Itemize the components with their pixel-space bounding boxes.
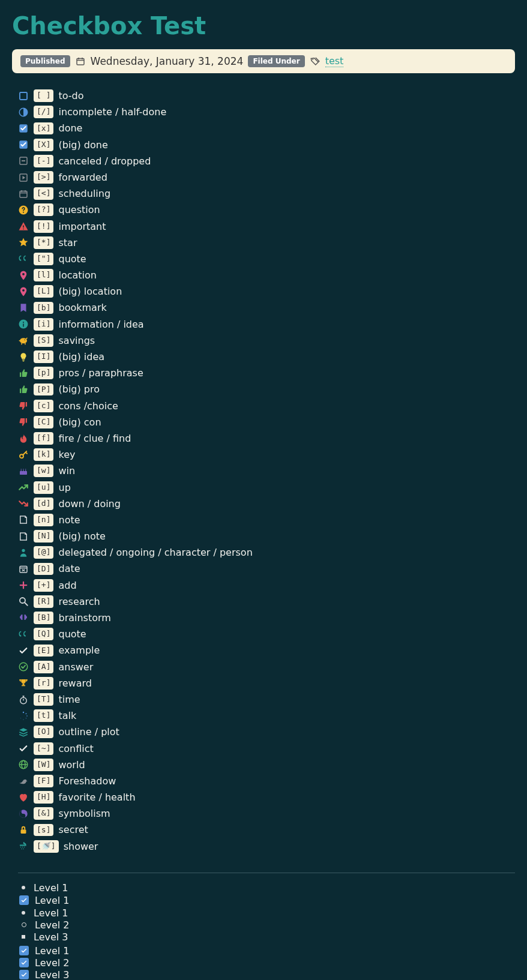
checkbox-code: [X] bbox=[34, 139, 53, 151]
bulb-icon bbox=[18, 352, 29, 362]
checkbox-code: [l] bbox=[34, 269, 53, 281]
shower-icon bbox=[18, 841, 29, 852]
checkbox-code: [R] bbox=[34, 595, 53, 608]
cake-icon bbox=[18, 466, 29, 476]
checkbox-label: cons /choice bbox=[58, 399, 118, 413]
checkbox-checked-icon[interactable] bbox=[19, 958, 29, 967]
checkbox-item: [i]information / idea bbox=[18, 316, 515, 332]
checkbox-item: [O]outline / plot bbox=[18, 724, 515, 740]
info-circle-icon bbox=[18, 319, 29, 329]
checkbox-label: note bbox=[58, 513, 80, 527]
checkbox-code: [F] bbox=[34, 775, 53, 787]
tag-link[interactable]: test bbox=[325, 55, 344, 67]
checkbox-item: [-]canceled / dropped bbox=[18, 153, 515, 169]
checkbox-code: [x] bbox=[34, 122, 53, 135]
key-icon bbox=[18, 449, 29, 460]
list-item: Level 1 bbox=[34, 907, 68, 919]
checkbox-item: [!]important bbox=[18, 218, 515, 235]
checkbox-item: [<]scheduling bbox=[18, 185, 515, 202]
checkbox-checked-icon[interactable] bbox=[19, 895, 29, 905]
checkbox-label: add bbox=[58, 579, 76, 592]
checkbox-item: [+]add bbox=[18, 577, 515, 594]
check-circle-icon bbox=[18, 661, 29, 672]
checkbox-code: [+] bbox=[34, 579, 53, 592]
checkbox-code: [<] bbox=[34, 187, 53, 200]
checkbox-label: information / idea bbox=[58, 317, 143, 331]
bullet-icon bbox=[22, 911, 25, 915]
checkbox-checked-icon[interactable] bbox=[19, 970, 29, 979]
checkbox-code: [ ] bbox=[34, 89, 53, 102]
checkbox-label: date bbox=[58, 562, 80, 576]
plus-icon bbox=[18, 580, 29, 591]
play-box-icon bbox=[18, 172, 29, 183]
checkbox-item: [/]incomplete / half-done bbox=[18, 104, 515, 120]
checkbox-label: conflict bbox=[58, 742, 93, 756]
checkbox-code: [&] bbox=[34, 807, 53, 820]
checkbox-code: [@] bbox=[34, 546, 53, 559]
checkbox-item: [l]location bbox=[18, 267, 515, 283]
checkbox-item: [k]key bbox=[18, 446, 515, 463]
checkbox-item: [A]answer bbox=[18, 659, 515, 675]
lock-icon bbox=[18, 825, 29, 835]
checkbox-item: [X](big) done bbox=[18, 137, 515, 153]
checkbox-label: example bbox=[58, 643, 100, 657]
spinner-icon bbox=[18, 711, 29, 721]
checkbox-label: quote bbox=[58, 627, 86, 641]
checkbox-label: (big) done bbox=[58, 138, 107, 152]
checkbox-item: ["]quote bbox=[18, 251, 515, 267]
note-icon bbox=[18, 514, 29, 525]
checkbox-label: canceled / dropped bbox=[58, 154, 151, 168]
checkbox-code: [H] bbox=[34, 791, 53, 804]
checkbox-item: [N](big) note bbox=[18, 528, 515, 544]
list-item: Level 1 bbox=[34, 882, 68, 894]
tags-icon bbox=[310, 56, 321, 67]
checkbox-code: [T] bbox=[34, 693, 53, 706]
checkbox-code: [E] bbox=[34, 645, 53, 657]
checkbox-label: pros / paraphrase bbox=[58, 366, 143, 380]
checkbox-code: [P] bbox=[34, 383, 53, 396]
checkbox-item: [@]delegated / ongoing / character / per… bbox=[18, 544, 515, 561]
checkbox-code: [t] bbox=[34, 709, 53, 722]
checkbox-code: [i] bbox=[34, 318, 53, 331]
trend-down-icon bbox=[18, 498, 29, 509]
checkbox-item: [R]research bbox=[18, 594, 515, 610]
checkbox-label: location bbox=[58, 268, 96, 282]
checkbox-code: [O] bbox=[34, 726, 53, 738]
checkbox-item: [*]star bbox=[18, 235, 515, 251]
list-item: Level 3 bbox=[34, 931, 68, 943]
checkbox-item: [S]savings bbox=[18, 332, 515, 349]
checkbox-label: symbolism bbox=[58, 807, 110, 820]
checkbox-label: delegated / ongoing / character / person bbox=[58, 546, 252, 559]
globe-icon bbox=[18, 759, 29, 770]
checkbox-item: [w]win bbox=[18, 463, 515, 479]
bullet-icon bbox=[22, 886, 25, 889]
checkbox-label: incomplete / half-done bbox=[58, 105, 166, 119]
checkbox-item: [B]brainstorm bbox=[18, 610, 515, 626]
checkbox-item: [x]done bbox=[18, 120, 515, 136]
checkbox-code: [N] bbox=[34, 530, 53, 543]
list-item: Level 1 bbox=[35, 945, 70, 957]
thumbs-down-icon bbox=[18, 416, 29, 427]
checkbox-item: [T]time bbox=[18, 691, 515, 708]
checkbox-code: [d] bbox=[34, 498, 53, 510]
checkbox-label: down / doing bbox=[58, 497, 120, 511]
checkbox-item: [d]down / doing bbox=[18, 496, 515, 512]
quote-icon bbox=[18, 253, 29, 264]
checkbox-code: [b] bbox=[34, 302, 53, 314]
checkbox-item: [Q]quote bbox=[18, 626, 515, 642]
checkbox-label: favorite / health bbox=[58, 790, 135, 804]
checkbox-item: [ ]to-do bbox=[18, 88, 515, 104]
layers-icon bbox=[18, 727, 29, 738]
list-item: Level 1 bbox=[35, 895, 70, 906]
checkbox-code: [*] bbox=[34, 236, 53, 249]
stopwatch-icon bbox=[18, 694, 29, 705]
checkbox-item: [p]pros / paraphrase bbox=[18, 365, 515, 381]
note-icon bbox=[18, 531, 29, 542]
checkbox-code: [A] bbox=[34, 661, 53, 673]
checkbox-item: [n]note bbox=[18, 512, 515, 528]
heart-icon bbox=[18, 792, 29, 803]
checkbox-code: [p] bbox=[34, 367, 53, 379]
checkbox-code: [S] bbox=[34, 334, 53, 347]
checkbox-label: talk bbox=[58, 709, 76, 723]
checkbox-checked-icon[interactable] bbox=[19, 946, 29, 955]
